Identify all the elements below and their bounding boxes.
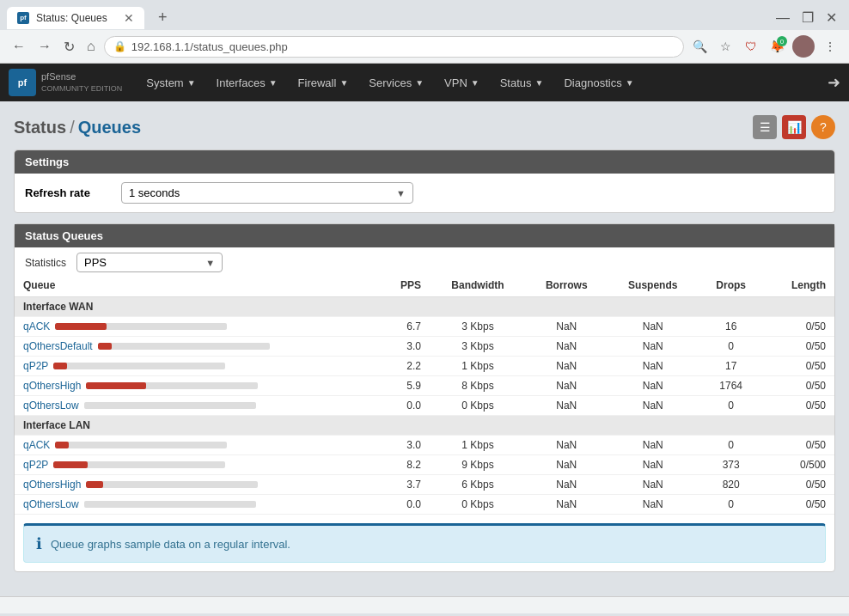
services-caret: ▼: [415, 78, 424, 88]
maximize-button[interactable]: ❐: [797, 8, 819, 27]
extension-icon[interactable]: 🛡: [741, 36, 761, 57]
pps-cell: 3.7: [377, 475, 430, 495]
queue-name-cell: qOthersLow: [15, 396, 377, 416]
length-cell: 0/50: [763, 357, 834, 376]
interface-label: Interface LAN: [15, 416, 834, 436]
table-row: qOthersHigh 5.9 8 Kbps NaN NaN 1764 0/50: [15, 376, 834, 396]
pps-cell: 3.0: [377, 436, 430, 455]
bandwidth-cell: 0 Kbps: [430, 495, 526, 515]
queue-name-link[interactable]: qOthersHigh: [23, 380, 81, 392]
borrows-cell: NaN: [526, 396, 608, 416]
length-cell: 0/50: [763, 396, 834, 416]
logout-button[interactable]: ➜: [828, 73, 840, 92]
length-cell: 0/50: [763, 317, 834, 337]
chart-action-button[interactable]: 📊: [782, 115, 806, 139]
table-controls: Statistics PPS ▼: [15, 247, 834, 274]
settings-panel-header: Settings: [15, 150, 834, 174]
drops-cell: 0: [699, 337, 763, 357]
logo-icon: pf: [9, 69, 36, 96]
borrows-cell: NaN: [526, 495, 608, 515]
nav-system[interactable]: System ▼: [136, 64, 205, 101]
statistics-label: Statistics: [25, 257, 66, 269]
status-queues-panel: Status Queues Statistics PPS ▼ Queue PPS…: [14, 223, 835, 572]
borrows-cell: NaN: [526, 376, 608, 396]
breadcrumb-parent: Status: [14, 118, 66, 137]
pps-cell: 0.0: [377, 495, 430, 515]
statistics-select[interactable]: PPS ▼: [76, 253, 223, 272]
drops-cell: 0: [699, 436, 763, 455]
length-cell: 0/50: [763, 436, 834, 455]
pps-cell: 5.9: [377, 376, 430, 396]
nav-interfaces[interactable]: Interfaces ▼: [206, 64, 288, 101]
queue-name-cell: qOthersDefault: [15, 337, 377, 357]
close-window-button[interactable]: ✕: [821, 8, 842, 27]
nav-diagnostics[interactable]: Diagnostics ▼: [553, 64, 644, 101]
length-cell: 0/50: [763, 376, 834, 396]
queue-name-cell: qOthersHigh: [15, 475, 377, 495]
queue-name-link[interactable]: qOthersLow: [23, 399, 79, 412]
length-cell: 0/500: [763, 455, 834, 475]
new-tab-button[interactable]: +: [151, 5, 174, 30]
queue-name-link[interactable]: qOthersLow: [23, 498, 79, 510]
settings-action-button[interactable]: ☰: [753, 115, 777, 139]
nav-vpn[interactable]: VPN ▼: [434, 64, 490, 101]
suspends-cell: NaN: [608, 436, 699, 455]
col-queue: Queue: [15, 274, 377, 297]
refresh-rate-row: Refresh rate 1 seconds ▼: [25, 182, 824, 204]
minimize-button[interactable]: —: [771, 9, 795, 27]
nav-services[interactable]: Services ▼: [358, 64, 434, 101]
bookmark-icon[interactable]: ☆: [715, 36, 736, 57]
breadcrumb-current: Queues: [78, 118, 141, 137]
suspends-cell: NaN: [608, 317, 699, 337]
menu-icon[interactable]: ⋮: [820, 36, 840, 57]
drops-cell: 373: [699, 455, 763, 475]
pfsense-logo[interactable]: pf pfSenseCOMMUNITY EDITION: [9, 69, 122, 96]
bandwidth-cell: 1 Kbps: [430, 436, 526, 455]
back-button[interactable]: ←: [9, 37, 29, 56]
extension2-icon[interactable]: 🦊 0: [767, 36, 787, 57]
queue-name-cell: qOthersHigh: [15, 376, 377, 396]
address-bar[interactable]: 🔒 192.168.1.1/status_queues.php: [104, 36, 684, 58]
table-header-row: Queue PPS Bandwidth Borrows Suspends Dro…: [15, 274, 834, 297]
queue-name-link[interactable]: qACK: [23, 320, 50, 332]
interfaces-caret: ▼: [269, 78, 278, 88]
window-controls: — ❐ ✕: [771, 8, 842, 27]
suspends-cell: NaN: [608, 455, 699, 475]
settings-panel: Settings Refresh rate 1 seconds ▼: [14, 149, 835, 213]
pps-cell: 2.2: [377, 357, 430, 376]
refresh-rate-arrow: ▼: [396, 188, 406, 198]
reload-button[interactable]: ↻: [60, 37, 78, 57]
bandwidth-cell: 3 Kbps: [430, 317, 526, 337]
breadcrumb-separator: /: [70, 118, 75, 137]
nav-status[interactable]: Status ▼: [490, 64, 554, 101]
pps-cell: 6.7: [377, 317, 430, 337]
forward-button[interactable]: →: [34, 37, 55, 56]
queue-name-link[interactable]: qP2P: [23, 360, 48, 372]
table-row: qP2P 8.2 9 Kbps NaN NaN 373 0/500: [15, 455, 834, 475]
borrows-cell: NaN: [526, 337, 608, 357]
browser-chrome: pf Status: Queues ✕ + — ❐ ✕ ← → ↻ ⌂ 🔒 19…: [0, 0, 849, 64]
help-action-button[interactable]: ?: [811, 115, 835, 139]
refresh-rate-select[interactable]: 1 seconds ▼: [121, 182, 413, 204]
drops-cell: 16: [699, 317, 763, 337]
close-tab-button[interactable]: ✕: [124, 12, 134, 24]
page-header: Status / Queues ☰ 📊 ?: [14, 115, 835, 139]
diagnostics-caret: ▼: [626, 78, 634, 88]
table-row: qACK 6.7 3 Kbps NaN NaN 16 0/50: [15, 317, 834, 337]
suspends-cell: NaN: [608, 357, 699, 376]
search-icon[interactable]: 🔍: [689, 36, 710, 57]
table-row: qOthersLow 0.0 0 Kbps NaN NaN 0 0/50: [15, 495, 834, 515]
nav-firewall[interactable]: Firewall ▼: [288, 64, 359, 101]
borrows-cell: NaN: [526, 357, 608, 376]
queue-name-link[interactable]: qP2P: [23, 459, 48, 471]
length-cell: 0/50: [763, 495, 834, 515]
borrows-cell: NaN: [526, 455, 608, 475]
user-avatar[interactable]: [792, 35, 815, 58]
queue-name-link[interactable]: qOthersDefault: [23, 340, 93, 352]
home-button[interactable]: ⌂: [83, 37, 99, 56]
browser-tab[interactable]: pf Status: Queues ✕: [7, 7, 144, 29]
queue-name-link[interactable]: qACK: [23, 439, 50, 451]
browser-status-bar: [0, 596, 849, 613]
table-row: qOthersLow 0.0 0 Kbps NaN NaN 0 0/50: [15, 396, 834, 416]
queue-name-link[interactable]: qOthersHigh: [23, 479, 81, 491]
